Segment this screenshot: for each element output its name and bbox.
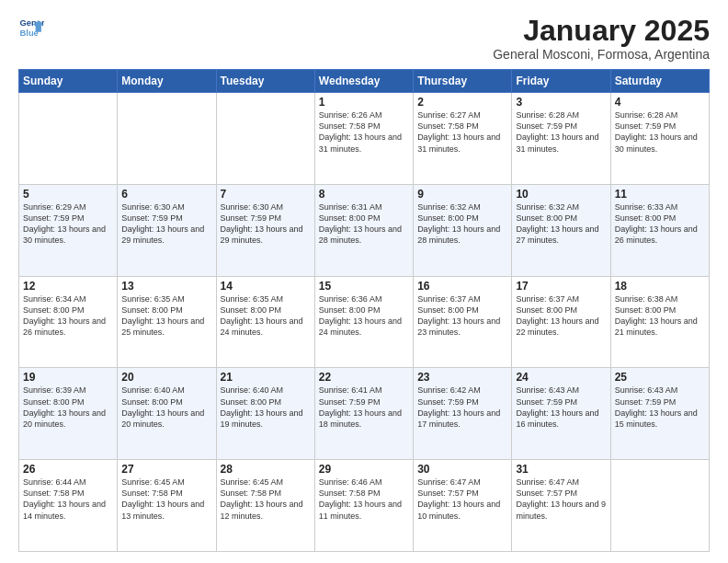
- calendar-week-row: 1Sunrise: 6:26 AM Sunset: 7:58 PM Daylig…: [19, 93, 710, 185]
- day-number: 11: [615, 188, 705, 201]
- day-number: 7: [221, 188, 311, 201]
- table-row: 12Sunrise: 6:34 AM Sunset: 8:00 PM Dayli…: [19, 276, 118, 368]
- table-row: 14Sunrise: 6:35 AM Sunset: 8:00 PM Dayli…: [216, 276, 314, 368]
- header-sunday: Sunday: [19, 70, 118, 93]
- calendar-week-row: 12Sunrise: 6:34 AM Sunset: 8:00 PM Dayli…: [19, 276, 710, 368]
- table-row: 1Sunrise: 6:26 AM Sunset: 7:58 PM Daylig…: [314, 93, 413, 185]
- day-number: 27: [121, 463, 211, 476]
- table-row: [216, 93, 314, 185]
- day-info: Sunrise: 6:31 AM Sunset: 8:00 PM Dayligh…: [319, 201, 409, 247]
- calendar-table: Sunday Monday Tuesday Wednesday Thursday…: [18, 69, 710, 552]
- day-number: 14: [221, 280, 311, 293]
- table-row: 22Sunrise: 6:41 AM Sunset: 7:59 PM Dayli…: [314, 368, 413, 460]
- day-number: 16: [417, 280, 507, 293]
- table-row: 16Sunrise: 6:37 AM Sunset: 8:00 PM Dayli…: [414, 276, 512, 368]
- day-number: 26: [23, 463, 113, 476]
- table-row: 27Sunrise: 6:45 AM Sunset: 7:58 PM Dayli…: [118, 460, 216, 552]
- day-info: Sunrise: 6:37 AM Sunset: 8:00 PM Dayligh…: [516, 293, 606, 339]
- table-row: 20Sunrise: 6:40 AM Sunset: 8:00 PM Dayli…: [118, 368, 216, 460]
- table-row: 28Sunrise: 6:45 AM Sunset: 7:58 PM Dayli…: [216, 460, 314, 552]
- table-row: 17Sunrise: 6:37 AM Sunset: 8:00 PM Dayli…: [512, 276, 610, 368]
- header-wednesday: Wednesday: [314, 70, 413, 93]
- calendar-week-row: 5Sunrise: 6:29 AM Sunset: 7:59 PM Daylig…: [19, 184, 710, 276]
- day-info: Sunrise: 6:37 AM Sunset: 8:00 PM Dayligh…: [417, 293, 507, 339]
- table-row: 26Sunrise: 6:44 AM Sunset: 7:58 PM Dayli…: [19, 460, 118, 552]
- day-number: 5: [23, 188, 113, 201]
- day-number: 25: [615, 371, 705, 384]
- table-row: [118, 93, 216, 185]
- table-row: 13Sunrise: 6:35 AM Sunset: 8:00 PM Dayli…: [118, 276, 216, 368]
- table-row: 24Sunrise: 6:43 AM Sunset: 7:59 PM Dayli…: [512, 368, 610, 460]
- day-number: 21: [221, 371, 311, 384]
- header-friday: Friday: [512, 70, 610, 93]
- day-info: Sunrise: 6:27 AM Sunset: 7:58 PM Dayligh…: [417, 109, 507, 155]
- table-row: 23Sunrise: 6:42 AM Sunset: 7:59 PM Dayli…: [414, 368, 512, 460]
- day-info: Sunrise: 6:39 AM Sunset: 8:00 PM Dayligh…: [23, 385, 113, 430]
- day-info: Sunrise: 6:47 AM Sunset: 7:57 PM Dayligh…: [417, 477, 507, 522]
- table-row: 5Sunrise: 6:29 AM Sunset: 7:59 PM Daylig…: [19, 184, 118, 276]
- day-info: Sunrise: 6:29 AM Sunset: 7:59 PM Dayligh…: [23, 201, 113, 247]
- table-row: 19Sunrise: 6:39 AM Sunset: 8:00 PM Dayli…: [19, 368, 118, 460]
- table-row: 8Sunrise: 6:31 AM Sunset: 8:00 PM Daylig…: [314, 184, 413, 276]
- calendar-week-row: 19Sunrise: 6:39 AM Sunset: 8:00 PM Dayli…: [19, 368, 710, 460]
- table-row: 31Sunrise: 6:47 AM Sunset: 7:57 PM Dayli…: [512, 460, 610, 552]
- table-row: 21Sunrise: 6:40 AM Sunset: 8:00 PM Dayli…: [216, 368, 314, 460]
- day-number: 31: [516, 463, 606, 476]
- day-info: Sunrise: 6:28 AM Sunset: 7:59 PM Dayligh…: [615, 109, 705, 155]
- day-info: Sunrise: 6:47 AM Sunset: 7:57 PM Dayligh…: [516, 477, 606, 522]
- day-number: 6: [121, 188, 211, 201]
- day-number: 17: [516, 280, 606, 293]
- day-info: Sunrise: 6:35 AM Sunset: 8:00 PM Dayligh…: [121, 293, 211, 339]
- day-info: Sunrise: 6:40 AM Sunset: 8:00 PM Dayligh…: [221, 385, 311, 430]
- table-row: 10Sunrise: 6:32 AM Sunset: 8:00 PM Dayli…: [512, 184, 610, 276]
- calendar-header-row: Sunday Monday Tuesday Wednesday Thursday…: [19, 70, 710, 93]
- day-number: 28: [221, 463, 311, 476]
- day-number: 15: [319, 280, 409, 293]
- day-info: Sunrise: 6:42 AM Sunset: 7:59 PM Dayligh…: [417, 385, 507, 430]
- table-row: 2Sunrise: 6:27 AM Sunset: 7:58 PM Daylig…: [414, 93, 512, 185]
- day-info: Sunrise: 6:38 AM Sunset: 8:00 PM Dayligh…: [615, 293, 705, 339]
- header-tuesday: Tuesday: [216, 70, 314, 93]
- table-row: 6Sunrise: 6:30 AM Sunset: 7:59 PM Daylig…: [118, 184, 216, 276]
- table-row: 3Sunrise: 6:28 AM Sunset: 7:59 PM Daylig…: [512, 93, 610, 185]
- day-info: Sunrise: 6:43 AM Sunset: 7:59 PM Dayligh…: [516, 385, 606, 430]
- table-row: [19, 93, 118, 185]
- table-row: 15Sunrise: 6:36 AM Sunset: 8:00 PM Dayli…: [314, 276, 413, 368]
- day-number: 20: [121, 371, 211, 384]
- table-row: 29Sunrise: 6:46 AM Sunset: 7:58 PM Dayli…: [314, 460, 413, 552]
- day-info: Sunrise: 6:34 AM Sunset: 8:00 PM Dayligh…: [23, 293, 113, 339]
- calendar-week-row: 26Sunrise: 6:44 AM Sunset: 7:58 PM Dayli…: [19, 460, 710, 552]
- day-info: Sunrise: 6:32 AM Sunset: 8:00 PM Dayligh…: [516, 201, 606, 247]
- table-row: 30Sunrise: 6:47 AM Sunset: 7:57 PM Dayli…: [414, 460, 512, 552]
- day-number: 22: [319, 371, 409, 384]
- day-number: 24: [516, 371, 606, 384]
- day-number: 12: [23, 280, 113, 293]
- header-thursday: Thursday: [414, 70, 512, 93]
- day-number: 19: [23, 371, 113, 384]
- day-info: Sunrise: 6:40 AM Sunset: 8:00 PM Dayligh…: [121, 385, 211, 430]
- subtitle: General Mosconi, Formosa, Argentina: [493, 47, 710, 62]
- day-number: 4: [615, 96, 705, 109]
- table-row: 18Sunrise: 6:38 AM Sunset: 8:00 PM Dayli…: [610, 276, 709, 368]
- day-info: Sunrise: 6:44 AM Sunset: 7:58 PM Dayligh…: [23, 477, 113, 522]
- header-saturday: Saturday: [610, 70, 709, 93]
- logo: General Blue: [18, 15, 44, 40]
- day-info: Sunrise: 6:26 AM Sunset: 7:58 PM Dayligh…: [319, 109, 409, 155]
- day-number: 23: [417, 371, 507, 384]
- day-info: Sunrise: 6:45 AM Sunset: 7:58 PM Dayligh…: [121, 477, 211, 522]
- table-row: 9Sunrise: 6:32 AM Sunset: 8:00 PM Daylig…: [414, 184, 512, 276]
- day-info: Sunrise: 6:30 AM Sunset: 7:59 PM Dayligh…: [121, 201, 211, 247]
- day-number: 2: [417, 96, 507, 109]
- page: General Blue January 2025 General Moscon…: [0, 0, 728, 563]
- day-number: 13: [121, 280, 211, 293]
- day-number: 29: [319, 463, 409, 476]
- day-info: Sunrise: 6:36 AM Sunset: 8:00 PM Dayligh…: [319, 293, 409, 339]
- day-info: Sunrise: 6:32 AM Sunset: 8:00 PM Dayligh…: [417, 201, 507, 247]
- day-number: 18: [615, 280, 705, 293]
- day-info: Sunrise: 6:30 AM Sunset: 7:59 PM Dayligh…: [221, 201, 311, 247]
- day-number: 30: [417, 463, 507, 476]
- day-info: Sunrise: 6:28 AM Sunset: 7:59 PM Dayligh…: [516, 109, 606, 155]
- day-info: Sunrise: 6:35 AM Sunset: 8:00 PM Dayligh…: [221, 293, 311, 339]
- day-info: Sunrise: 6:46 AM Sunset: 7:58 PM Dayligh…: [319, 477, 409, 522]
- header-monday: Monday: [118, 70, 216, 93]
